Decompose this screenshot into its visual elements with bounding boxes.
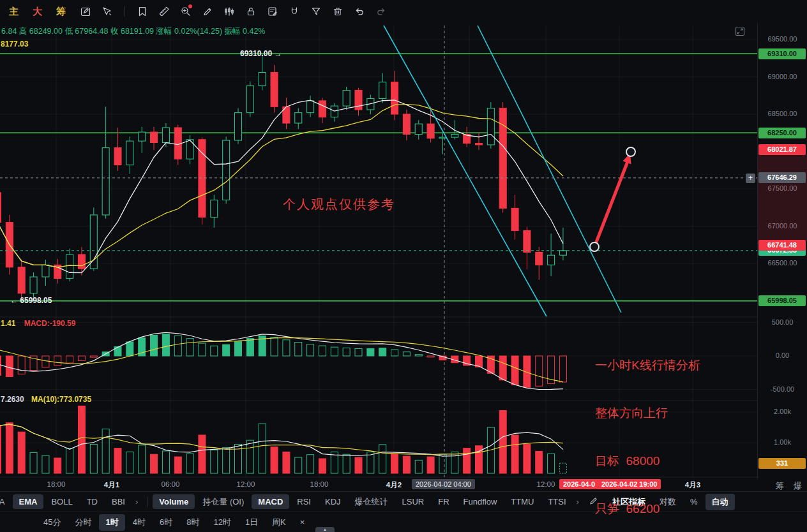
notes-icon[interactable] bbox=[267, 6, 278, 17]
indicator-tab-›[interactable]: › bbox=[133, 494, 140, 509]
timeframe-tab-6时[interactable]: 6时 bbox=[153, 514, 179, 531]
axis-tick: -500.00 bbox=[758, 385, 807, 394]
trash-icon[interactable] bbox=[332, 6, 343, 17]
time-axis-label: 12:00 bbox=[537, 480, 555, 488]
indicator-tab-fundflow[interactable]: Fundflow bbox=[457, 494, 504, 509]
indicator-tab-自动[interactable]: 自动 bbox=[705, 494, 735, 510]
axis-badge-alert[interactable]: 66741.48 bbox=[758, 240, 806, 251]
timeframe-tab-4时[interactable]: 4时 bbox=[126, 514, 152, 531]
time-axis-label: 18:00 bbox=[47, 480, 66, 488]
zoom-in-icon[interactable] bbox=[180, 6, 192, 17]
axis-badge-alert[interactable]: 68021.87 bbox=[758, 144, 806, 155]
timeframe-tab-周k[interactable]: 周K bbox=[266, 514, 292, 531]
axis-tick: 69500.00 bbox=[758, 35, 807, 44]
indicator-tab-ema[interactable]: EMA bbox=[13, 494, 44, 509]
indicator-tab-td[interactable]: TD bbox=[80, 494, 104, 509]
timeframe-tab-1日[interactable]: 1日 bbox=[239, 514, 264, 531]
toolbar-divider bbox=[124, 6, 125, 17]
mode-button-chou[interactable]: 筹 bbox=[56, 6, 66, 18]
indicator-tab-ma[interactable]: MA bbox=[0, 494, 11, 509]
indicator-tab-rsi[interactable]: RSI bbox=[290, 494, 317, 509]
time-axis-label: 4月1 bbox=[104, 480, 119, 490]
pattern-icon[interactable] bbox=[223, 6, 235, 17]
time-axis-label: 4月2 bbox=[386, 480, 402, 490]
indicator-tab-volume[interactable]: Volume bbox=[153, 494, 195, 509]
axis-tick: 68500.00 bbox=[758, 110, 807, 119]
axis-tick: 66500.00 bbox=[758, 259, 807, 268]
analysis-annotation: 一小时K线行情分析 整体方向上行 目标 68000 只笋 66200 直营 67… bbox=[595, 325, 700, 532]
add-alert-button[interactable]: + bbox=[746, 174, 755, 183]
indicator-tab-›[interactable]: › bbox=[574, 494, 582, 509]
axis-badge-line: 69310.00 bbox=[758, 48, 806, 59]
mode-button-main[interactable]: 主 bbox=[9, 6, 19, 18]
trading-app: 主 大 筹 6.84 高 68249.00 低 67964.48 收 68191… bbox=[0, 0, 807, 532]
price-line-label-bottom[interactable]: ← 65998.05 bbox=[10, 296, 52, 305]
indicator-tab-爆仓统计[interactable]: 爆仓统计 bbox=[349, 494, 395, 510]
time-axis-label: 12:00 bbox=[237, 480, 255, 488]
analysis-line: 一小时K线行情分析 bbox=[595, 357, 700, 373]
axis-tick: 0.00 bbox=[758, 351, 807, 360]
ohlc-readout: 6.84 高 68249.00 低 67964.48 收 68191.09 涨幅… bbox=[1, 26, 265, 37]
indicator-tab-macd[interactable]: MACD bbox=[252, 494, 289, 509]
indicator-tab-boll[interactable]: BOLL bbox=[45, 494, 79, 509]
crosshair-pointer-icon[interactable] bbox=[102, 6, 113, 17]
ruler-icon[interactable] bbox=[158, 6, 170, 17]
indicator-tab-kdj[interactable]: KDJ bbox=[319, 494, 347, 509]
lock-icon[interactable] bbox=[245, 6, 257, 17]
indicator-tab-fr[interactable]: FR bbox=[432, 494, 455, 509]
position-zone-band bbox=[758, 154, 807, 241]
timeframe-tab-45分[interactable]: 45分 bbox=[37, 514, 67, 531]
indicator-tab-lsur[interactable]: LSUR bbox=[396, 494, 431, 509]
drawing-toolbar: 主 大 筹 bbox=[0, 0, 807, 23]
axis-badge-line: 68250.00 bbox=[758, 128, 806, 138]
volume-header: 7.2630 MA(10):773.0735 bbox=[1, 395, 91, 404]
chip-distribution-toggle[interactable]: 筹 bbox=[775, 481, 783, 491]
price-axis[interactable]: 69500.0069000.0068500.0067500.0067000.00… bbox=[757, 23, 807, 478]
analysis-line: 只笋 66200 bbox=[595, 501, 700, 517]
collapse-panel-tab[interactable]: ▲ bbox=[315, 527, 335, 532]
analysis-line: 整体方向上行 bbox=[595, 405, 700, 421]
time-axis-label: 18:00 bbox=[310, 480, 329, 488]
indicator-tab-ttmu[interactable]: TTMU bbox=[504, 494, 540, 509]
macd-header: 1.41 MACD:-190.59 bbox=[1, 319, 75, 328]
axis-tick: 1.00k bbox=[758, 438, 807, 447]
watermark-note: 个人观点仅供参考 bbox=[283, 196, 395, 213]
replay-edit-icon[interactable] bbox=[80, 6, 91, 17]
timeframe-tab-分时[interactable]: 分时 bbox=[68, 514, 98, 531]
indicator-tab-持仓量-oi-[interactable]: 持仓量 (OI) bbox=[196, 494, 250, 510]
price-line-label-top[interactable]: 69310.00 → bbox=[240, 49, 282, 58]
magnet-icon[interactable] bbox=[289, 6, 300, 17]
arrow-right-icon: → bbox=[274, 49, 282, 58]
axis-tick: 2.00k bbox=[758, 408, 807, 417]
bookmark-icon[interactable] bbox=[137, 6, 148, 17]
ema-value-label: 8177.03 bbox=[1, 40, 28, 48]
arrow-left-icon: ← bbox=[10, 296, 18, 305]
timeframe-tab-×[interactable]: × bbox=[294, 515, 312, 529]
axis-badge-crosshair: 67646.29 bbox=[758, 172, 806, 183]
crosshair-time-badge: 2026-04-02 04:00 bbox=[412, 479, 475, 489]
time-axis-label: 06:00 bbox=[162, 480, 180, 488]
timeframe-tab-12时[interactable]: 12时 bbox=[207, 514, 237, 531]
axis-badge-line: 65998.05 bbox=[758, 295, 806, 306]
analysis-line: 目标 68000 bbox=[595, 453, 700, 469]
indicator-tab-bbi[interactable]: BBI bbox=[105, 494, 132, 509]
filter-icon[interactable] bbox=[310, 6, 322, 17]
timeframe-tab-8时[interactable]: 8时 bbox=[180, 514, 206, 531]
axis-tick: 69000.00 bbox=[758, 73, 807, 82]
timeframe-tab-1时[interactable]: 1时 bbox=[99, 514, 124, 531]
expand-icon[interactable] bbox=[734, 26, 746, 37]
mode-button-da[interactable]: 大 bbox=[33, 6, 42, 18]
undo-icon[interactable] bbox=[354, 6, 365, 17]
brush-icon[interactable] bbox=[202, 6, 213, 17]
axis-tick: 500.00 bbox=[758, 318, 807, 327]
indicator-tab-ttsi[interactable]: TTSI bbox=[541, 494, 572, 509]
axis-badge-volume: 331 bbox=[758, 458, 806, 469]
notification-dot bbox=[188, 4, 192, 8]
liquidation-toggle[interactable]: 爆 bbox=[794, 481, 802, 491]
redo-icon[interactable] bbox=[375, 6, 387, 17]
tab-bar-divider bbox=[147, 497, 147, 507]
axis-toggle-group: 筹 爆 bbox=[767, 480, 802, 492]
